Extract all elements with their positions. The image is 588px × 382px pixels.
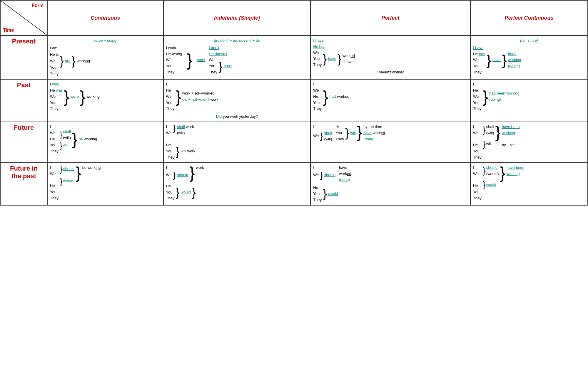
fut-past-cont-brace1: } — [60, 165, 63, 174]
past-cont-brace: } — [64, 89, 69, 105]
fut-past-indef-brace1: } — [173, 171, 176, 180]
present-perfect-cell: I have He has WeYouThey } have } workeds… — [310, 36, 470, 79]
future-past-perfect-cont-cell: IWeHeYouThey } should(would) } would — [470, 163, 588, 205]
future-perf-shall: shall — [324, 131, 332, 135]
present-perf-subjects: WeYouThey — [313, 50, 322, 68]
fut-past-perf-i: I — [313, 165, 335, 171]
fut-past-cont-brace3: } — [76, 165, 81, 181]
fut-past-cont-brace2: } — [60, 177, 63, 186]
future-perfect-cell: I We } shall(will) He — [310, 122, 470, 163]
future-cont-be-working: be working — [78, 136, 97, 142]
future-indef-work: work — [187, 148, 195, 154]
row-future-past: Future inthe past IWeHeYouThey } should … — [0, 163, 588, 205]
future-perf-cont-by-for: by + for — [502, 143, 515, 147]
fut-past-perf-cont-brace2: } — [483, 180, 486, 189]
future-indefinite-cell: IWe } shall work(will) HeYouThey } will … — [163, 122, 311, 163]
future-perf-brace1: } — [320, 132, 323, 141]
fut-past-cont-would: would — [63, 178, 73, 184]
future-indef-shall: shall work(will) — [177, 124, 194, 136]
present-indef-we-you: WeYouThey — [209, 57, 217, 75]
future-cont-brace3: } — [72, 131, 77, 147]
past-perf-worked: worked — [337, 94, 349, 100]
future-past-indefinite-cell: I We } should } work HeYouThey — [163, 163, 311, 205]
present-perf-have-header: I have — [313, 38, 468, 44]
past-indef-subjects: IHeWeYouThey — [166, 81, 175, 112]
fut-past-indef-should: should — [177, 172, 188, 178]
present-indef-dont2: don't — [224, 63, 232, 69]
future-perf-cont-formula: have beenworking by + for — [502, 124, 520, 148]
perfect-header: Perfect — [382, 15, 400, 21]
present-indef-col1: I workHe worksWeYouThey — [166, 45, 182, 75]
future-indef-will: will — [181, 148, 186, 154]
col-header-continuous: Continuous — [47, 0, 163, 36]
past-perf-subjects: IWeHeYouThey — [313, 81, 322, 112]
present-cont-working: working — [77, 58, 90, 64]
future-perf-cont-shall: shall(will) — [486, 124, 494, 136]
col-header-perfect-continuous: Perfect Continuous — [470, 0, 588, 36]
corner-time-label: Time — [3, 28, 14, 33]
present-cont-brace-right: } — [72, 55, 76, 67]
present-indef-doesnt: He doesn't — [209, 51, 232, 57]
past-indefinite-cell: IHeWeYouThey } work + ed⇒worked did + no… — [163, 79, 311, 122]
past-indef-formulas: work + ed⇒worked did + not⇒didn't work — [182, 90, 218, 103]
future-cont-brace2: } — [60, 142, 62, 150]
present-indef-dont: I don't — [209, 45, 232, 51]
past-perf-cont-brace: } — [483, 89, 488, 105]
past-perf-cont-formula: had been working(doing) — [489, 90, 519, 103]
col-header-indefinite: Indefinite (Simple) — [163, 0, 311, 36]
fut-past-cont-subjects: IWeHeYouThey — [50, 165, 59, 201]
future-perf-cont-brace3: } — [495, 124, 501, 140]
past-perf-had: had — [330, 94, 336, 100]
future-label: Future — [0, 122, 47, 163]
corner-form-label: Form — [32, 3, 44, 8]
present-perf-cont-subjects: I have He has WeYouThey — [473, 45, 485, 75]
present-perf-has: He has — [313, 44, 468, 50]
present-indef-formula: do, don't + do; doesn't + do — [214, 38, 260, 43]
past-cont-subjects: I was He was WeYouThey — [50, 81, 63, 112]
fut-past-perf-he-they: HeYouThey — [313, 185, 322, 203]
present-perf-havent: I haven't worked — [313, 69, 468, 75]
present-cont-brace-left: } — [60, 55, 64, 67]
past-cont-working: working — [86, 94, 100, 100]
fut-past-perf-cont-brace3: } — [500, 165, 505, 181]
future-indef-col2: HeYouThey — [166, 142, 175, 160]
row-future: Future IWeHeYouThey } shall(will) — [0, 122, 588, 163]
fut-past-indef-work: work — [196, 165, 204, 171]
fut-past-indef-he-they: HeYouThey — [166, 183, 175, 201]
present-label: Present — [0, 36, 47, 79]
past-perf-brace: } — [323, 89, 328, 105]
row-past: Past I was He was WeYouThey } were } wor… — [0, 79, 588, 122]
fut-past-perf-cont-formula: have beenworking — [507, 165, 524, 177]
past-continuous-cell: I was He was WeYouThey } were } working — [47, 79, 163, 122]
fut-past-perf-cont-subjects: IWeHeYouThey — [473, 165, 482, 201]
present-perf-worked: workedshown — [343, 53, 355, 65]
fut-past-indef-would: would — [181, 189, 191, 196]
future-perf-brace2: } — [345, 127, 349, 139]
indefinite-header: Indefinite (Simple) — [214, 15, 260, 21]
future-perfect-cont-cell: IWeHeYouThey } shall(will) } will — [470, 122, 588, 163]
future-indef-brace1: } — [173, 124, 176, 133]
future-perf-cont-will: will — [486, 141, 492, 147]
present-perf-have: have — [328, 56, 336, 62]
future-perf-cont-brace1: } — [483, 126, 486, 134]
future-perf-cont-brace2: } — [483, 140, 486, 149]
present-indef-brace: } — [187, 51, 193, 69]
present-perf-cont-have: have — [492, 57, 501, 63]
fut-past-perf-brace2: } — [323, 188, 327, 200]
present-perf-brace: } — [323, 53, 327, 65]
present-indef-brace2: } — [218, 60, 222, 72]
fut-past-indef-we: We — [166, 172, 172, 178]
past-indef-brace: } — [176, 89, 181, 105]
fut-past-perf-cont-should: should(would) — [486, 165, 499, 177]
present-perf-brace2: } — [338, 53, 341, 65]
future-cont-brace1: } — [60, 131, 62, 139]
past-cont-were: were — [71, 94, 79, 100]
row-present: Present to be + doing I amHe isWeYouThey… — [0, 36, 588, 79]
future-perf-we: We — [313, 133, 319, 139]
fut-past-indef-brace3: } — [176, 186, 179, 198]
fut-past-perf-we: We — [313, 172, 319, 178]
fut-past-cont-be-working: be working — [82, 165, 101, 171]
present-indef-work: work — [197, 58, 205, 62]
future-past-continuous-cell: IWeHeYouThey } should } would } be work — [47, 163, 163, 205]
future-past-perfect-cell: I We } should haveworked (done) — [310, 163, 470, 205]
